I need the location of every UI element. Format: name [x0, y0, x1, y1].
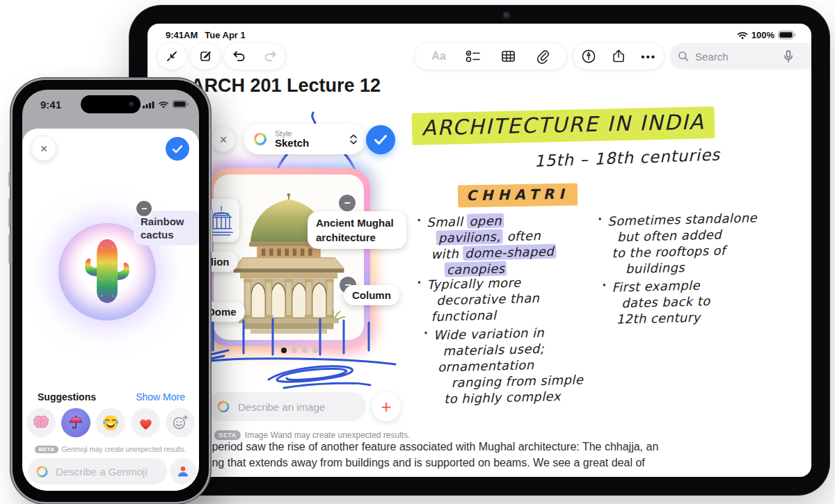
disclaimer-text: Image Wand may create unexpected results… [245, 430, 411, 440]
checklist-icon[interactable] [466, 49, 481, 63]
iphone-time: 9:41 [40, 99, 61, 111]
genmoji-sheet: × − Rainbow cactus [22, 129, 199, 491]
camera-lens-icon [129, 101, 134, 107]
ipad-time: 9:41AM [166, 30, 198, 40]
volume-up-button[interactable] [8, 198, 10, 227]
image-wand-close-button[interactable]: × [212, 128, 235, 152]
signal-icon [143, 101, 155, 108]
beta-badge: BETA [214, 430, 241, 440]
style-label: Style [275, 129, 309, 138]
redo-icon[interactable] [262, 49, 278, 63]
search-field[interactable] [669, 43, 811, 70]
suggestions-row [26, 408, 195, 437]
handwritten-bullet: Typically moredecorative thanfunctional [427, 274, 540, 325]
remove-description-button[interactable]: − [136, 201, 152, 216]
image-wand-confirm-button[interactable] [366, 125, 395, 154]
wifi-icon [158, 101, 169, 108]
compose-icon [198, 49, 212, 63]
battery-percent: 100% [752, 30, 774, 40]
format-icon[interactable]: Aa [431, 50, 445, 63]
handwritten-subheading: 15th – 18th centuries [534, 145, 721, 170]
note-body-line: ning that extends away from buildings an… [203, 457, 676, 469]
add-emoji-icon[interactable] [166, 408, 195, 437]
markup-icon[interactable] [581, 49, 596, 64]
handwritten-heading: ARCHITECTURE IN INDIA [412, 109, 715, 140]
image-wand-prompt-input[interactable] [237, 400, 351, 414]
laughing-emoji-icon[interactable] [96, 408, 125, 437]
attachment-icon[interactable] [536, 49, 550, 64]
collapse-note-button[interactable] [157, 43, 186, 70]
page-dots[interactable] [281, 348, 318, 353]
iphone-device: 9:41 [13, 80, 209, 502]
add-plus-icon: + [381, 398, 391, 416]
object-label-column: Column [344, 285, 399, 305]
undo-redo-group [224, 43, 285, 70]
heart-emoji-icon[interactable] [131, 408, 160, 437]
more-icon[interactable]: ••• [641, 51, 656, 63]
ipad-status-bar: 9:41AM Tue Apr 1 [166, 30, 246, 40]
table-icon[interactable] [501, 49, 516, 63]
beta-badge: BETA [35, 446, 58, 453]
chevron-updown-icon [349, 134, 358, 145]
markup-toolbar-group: ••• [573, 43, 664, 70]
wifi-icon [737, 31, 748, 40]
genmoji-screen: 9:41 [22, 90, 199, 491]
action-button[interactable] [8, 172, 10, 187]
ipad-device: 9:41AM Tue Apr 1 100% [129, 6, 829, 495]
umbrella-emoji-icon[interactable] [61, 408, 90, 437]
page-dot[interactable] [302, 348, 308, 353]
genmoji-disclaimer: BETA Genmoji may create unexpected resul… [22, 446, 199, 453]
dictation-icon[interactable] [784, 50, 793, 63]
page-dot[interactable] [292, 348, 297, 353]
genmoji-close-button[interactable]: × [32, 137, 56, 161]
handwritten-bullet: Wide variation inmaterials used;ornament… [434, 323, 584, 407]
genmoji-prompt-input[interactable] [54, 465, 154, 478]
handwritten-bullet: Small openpavilions, oftenwith dome-shap… [427, 211, 557, 278]
collapse-icon [165, 49, 179, 63]
handwritten-bullet: Sometimes standalonebut often addedto th… [607, 209, 758, 277]
style-value: Sketch [275, 138, 309, 149]
battery-icon [778, 31, 796, 40]
rainbow-cactus-emoji [78, 234, 136, 308]
style-rainbow-icon [252, 131, 269, 147]
search-input[interactable] [694, 50, 779, 63]
close-icon: × [220, 133, 228, 146]
undo-icon[interactable] [232, 49, 247, 63]
genmoji-prompt-field[interactable] [28, 458, 167, 485]
share-icon[interactable] [612, 49, 626, 64]
show-more-link[interactable]: Show More [136, 391, 185, 403]
dynamic-island [81, 95, 141, 113]
front-camera-icon [504, 13, 509, 18]
person-icon [175, 464, 191, 479]
apple-intelligence-icon [35, 464, 49, 479]
handwritten-section-title: CHHATRI [458, 186, 578, 204]
search-icon [678, 51, 689, 62]
genmoji-confirm-button[interactable] [166, 137, 189, 161]
suggestions-header: Suggestions Show More [38, 391, 185, 403]
ipad-status-icons: 100% [737, 30, 796, 40]
remove-minus-icon: − [141, 203, 147, 214]
battery-icon [172, 100, 189, 108]
note-body-line: s period saw the rise of another feature… [203, 441, 676, 453]
power-button[interactable] [211, 209, 213, 252]
add-image-button[interactable]: + [372, 392, 401, 421]
image-wand-prompt-field[interactable] [207, 392, 366, 421]
iphone-status-icons [143, 100, 189, 108]
compose-note-button[interactable] [191, 43, 220, 70]
page-dot[interactable] [312, 348, 318, 353]
object-label-main: Ancient Mughal architecture [308, 211, 406, 249]
image-wand-disclaimer: BETA Image Wand may create unexpected re… [214, 430, 411, 440]
scene: 9:41AM Tue Apr 1 100% [0, 0, 835, 504]
close-icon: × [40, 143, 48, 155]
style-picker[interactable]: Style Sketch [244, 124, 366, 154]
person-genmoji-button[interactable] [170, 458, 196, 485]
volume-down-button[interactable] [8, 234, 10, 263]
highlighted-section-text: CHHATRI [458, 184, 578, 208]
remove-label-button[interactable]: − [339, 195, 356, 211]
brain-emoji-icon[interactable] [26, 408, 56, 437]
suggestions-title: Suggestions [38, 391, 96, 403]
format-toolbar-group: Aa [415, 43, 566, 70]
disclaimer-text: Genmoji may create unexpected results. [62, 446, 186, 453]
handwritten-bullet: First exampledates back to12th century [612, 277, 710, 327]
page-dot[interactable] [281, 348, 287, 353]
